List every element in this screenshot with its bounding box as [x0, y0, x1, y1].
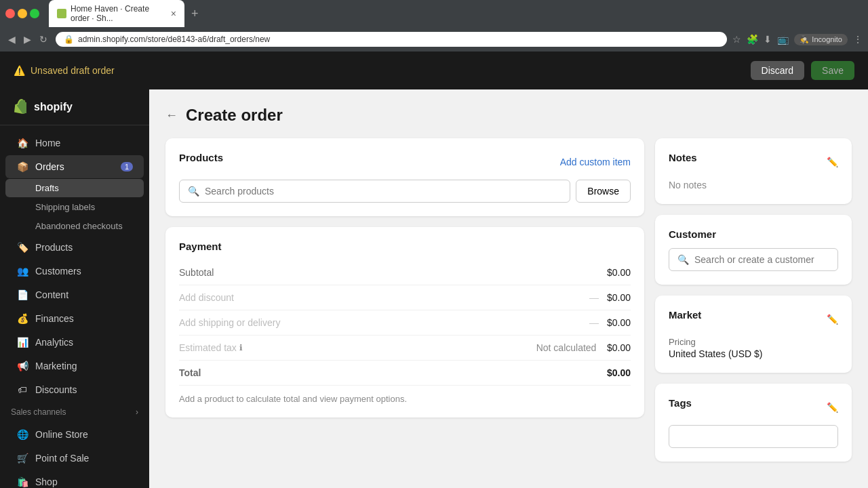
- new-tab-btn[interactable]: +: [187, 5, 203, 22]
- side-column: Notes ✏️ No notes Customer 🔍 M: [655, 138, 852, 462]
- payment-subtotal-row: Subtotal $0.00: [179, 260, 631, 285]
- payment-discount-row: Add discount — $0.00: [179, 285, 631, 310]
- shipping-label: Add shipping or delivery: [179, 317, 280, 328]
- page-title: Create order: [186, 106, 283, 125]
- menu-icon[interactable]: ⋮: [853, 34, 863, 45]
- online-store-icon: 🌐: [16, 428, 28, 441]
- sidebar-item-customers[interactable]: 👥 Customers: [5, 260, 144, 283]
- notes-card-title: Notes: [669, 152, 697, 163]
- browse-button[interactable]: Browse: [576, 180, 631, 203]
- back-nav-btn[interactable]: ◀: [5, 33, 18, 46]
- discount-label: Add discount: [179, 292, 234, 303]
- sidebar-item-shop[interactable]: 🛍️ Shop: [5, 470, 144, 488]
- address-bar: ◀ ▶ ↻ 🔒 admin.shopify.com/store/de8143-a…: [0, 27, 868, 52]
- notes-card-header: Notes ✏️: [669, 152, 838, 171]
- window-max-btn[interactable]: [30, 9, 39, 18]
- sidebar-item-home[interactable]: 🏠 Home: [5, 131, 144, 155]
- nav-buttons: ◀ ▶ ↻: [5, 33, 50, 46]
- tags-input[interactable]: [669, 425, 838, 448]
- url-box[interactable]: 🔒 admin.shopify.com/store/de8143-a6/draf…: [56, 32, 727, 47]
- shopify-logo-text: shopify: [34, 101, 73, 113]
- save-button[interactable]: Save: [811, 61, 854, 80]
- market-card: Market ✏️ Pricing United States (USD $): [655, 296, 852, 373]
- products-icon: 🏷️: [16, 241, 28, 253]
- page-title-row: ← Create order: [165, 106, 852, 125]
- customer-search-input[interactable]: [694, 254, 829, 265]
- pos-icon: 🛒: [16, 452, 28, 464]
- products-card-header: Products Add custom item: [179, 152, 631, 171]
- top-header: ⚠️ Unsaved draft order Discard Save: [0, 52, 868, 89]
- tax-amount: $0.00: [607, 342, 631, 353]
- discard-button[interactable]: Discard: [751, 61, 804, 80]
- shopify-logo-icon: [11, 98, 30, 117]
- sidebar-item-products[interactable]: 🏷️ Products: [5, 236, 144, 259]
- products-search-box[interactable]: 🔍: [179, 180, 570, 203]
- sidebar-navigation: 🏠 Home 📦 Orders 1 Drafts Shipping labels…: [0, 125, 149, 488]
- sidebar-item-pos[interactable]: 🛒 Point of Sale: [5, 447, 144, 470]
- discount-dash: —: [589, 292, 599, 303]
- tax-value: Not calculated $0.00: [536, 342, 631, 353]
- back-button[interactable]: ←: [165, 108, 178, 123]
- notes-text: No notes: [669, 180, 707, 190]
- market-pricing-value: United States (USD $): [669, 348, 838, 359]
- notes-edit-icon[interactable]: ✏️: [827, 157, 838, 167]
- home-icon: 🏠: [16, 137, 28, 149]
- payment-shipping-row: Add shipping or delivery — $0.00: [179, 310, 631, 336]
- sidebar-item-finances[interactable]: 💰 Finances: [5, 307, 144, 330]
- subtotal-label: Subtotal: [179, 267, 214, 278]
- sidebar-item-abandoned[interactable]: Abandoned checkouts: [5, 217, 144, 235]
- sidebar-item-online-store[interactable]: 🌐 Online Store: [5, 423, 144, 446]
- sidebar-item-marketing[interactable]: 📢 Marketing: [5, 354, 144, 378]
- products-search-row: 🔍 Browse: [179, 180, 631, 203]
- tags-card: Tags ✏️: [655, 384, 852, 462]
- sidebar-item-content[interactable]: 📄 Content: [5, 283, 144, 306]
- url-text: admin.shopify.com/store/de8143-a6/draft_…: [78, 35, 270, 44]
- sidebar-item-marketing-label: Marketing: [35, 361, 77, 371]
- tags-card-title: Tags: [669, 397, 692, 409]
- payment-total-row: Total $0.00: [179, 361, 631, 386]
- products-card: Products Add custom item 🔍 Browse: [165, 138, 644, 216]
- sales-channels-expand-icon[interactable]: ›: [136, 407, 138, 417]
- incognito-label: Incognito: [812, 35, 842, 43]
- products-search-input[interactable]: [205, 186, 561, 197]
- reload-btn[interactable]: ↻: [37, 33, 50, 46]
- app-layout: shopify 🏠 Home 📦 Orders 1 Drafts Shippin…: [0, 89, 868, 488]
- customer-search-box[interactable]: 🔍: [669, 248, 838, 271]
- discount-value: — $0.00: [589, 292, 631, 303]
- discount-label-text: Add discount: [179, 292, 234, 303]
- finances-icon: 💰: [16, 312, 28, 325]
- discounts-icon: 🏷: [16, 384, 28, 396]
- cast-icon[interactable]: 📺: [777, 34, 789, 45]
- add-custom-item-link[interactable]: Add custom item: [560, 157, 631, 167]
- search-icon: 🔍: [188, 186, 199, 197]
- window-close-btn[interactable]: [5, 9, 15, 18]
- shipping-value: — $0.00: [589, 317, 631, 328]
- sidebar-item-abandoned-label: Abandoned checkouts: [35, 221, 123, 231]
- tax-label-text: Estimated tax: [179, 342, 237, 353]
- sidebar-item-shop-label: Shop: [35, 476, 58, 487]
- market-edit-icon[interactable]: ✏️: [827, 314, 838, 325]
- sidebar-item-home-label: Home: [35, 138, 60, 148]
- payment-card-title: Payment: [179, 241, 631, 252]
- sidebar-item-analytics[interactable]: 📊 Analytics: [5, 331, 144, 354]
- customer-card-title: Customer: [669, 228, 838, 240]
- sidebar-item-shipping-labels[interactable]: Shipping labels: [5, 198, 144, 216]
- notes-card: Notes ✏️ No notes: [655, 138, 852, 204]
- sidebar-item-orders[interactable]: 📦 Orders 1: [5, 155, 144, 178]
- tax-label: Estimated tax ℹ: [179, 342, 243, 353]
- forward-nav-btn[interactable]: ▶: [21, 33, 34, 46]
- customer-card: Customer 🔍: [655, 215, 852, 285]
- tab-close-btn[interactable]: ×: [171, 8, 176, 19]
- sidebar-item-discounts-label: Discounts: [35, 384, 77, 395]
- sidebar-item-content-label: Content: [35, 289, 68, 300]
- bookmark-icon[interactable]: ☆: [732, 34, 741, 45]
- active-tab[interactable]: Home Haven · Create order · Sh... ×: [49, 0, 184, 27]
- main-content: ← Create order Products Add custom item …: [149, 89, 868, 488]
- sidebar-item-discounts[interactable]: 🏷 Discounts: [5, 378, 144, 401]
- download-icon[interactable]: ⬇: [764, 34, 772, 45]
- window-min-btn[interactable]: [18, 9, 27, 18]
- tags-edit-icon[interactable]: ✏️: [827, 402, 838, 413]
- extension-icon[interactable]: 🧩: [747, 34, 758, 45]
- sidebar-item-drafts[interactable]: Drafts: [5, 179, 144, 197]
- shipping-dash: —: [589, 317, 599, 328]
